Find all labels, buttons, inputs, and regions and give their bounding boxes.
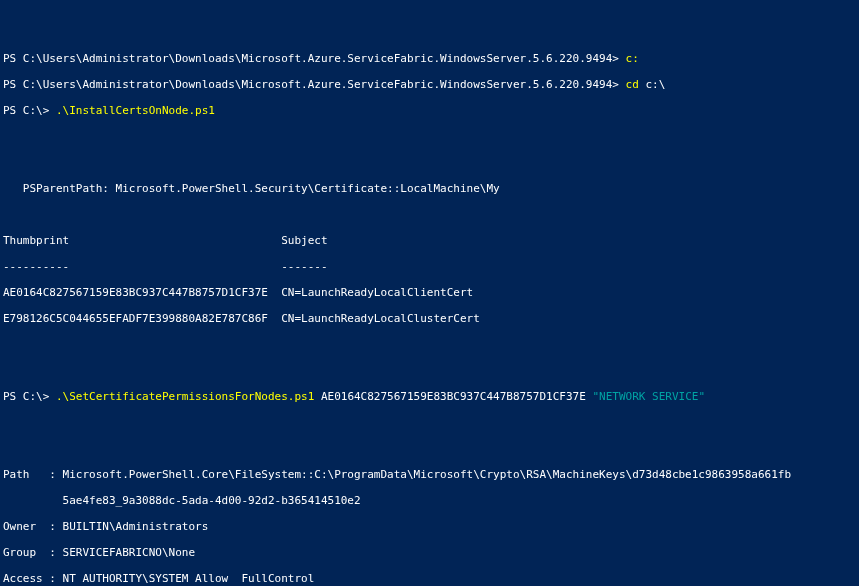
blank-line	[3, 208, 856, 221]
output-line: Owner : BUILTIN\Administrators	[3, 520, 856, 533]
blank-line	[3, 442, 856, 455]
terminal-line: PS C:\Users\Administrator\Downloads\Micr…	[3, 78, 856, 91]
blank-line	[3, 416, 856, 429]
command-text: cd	[626, 78, 639, 91]
command-text: c:	[626, 52, 639, 65]
blank-line	[3, 338, 856, 351]
table-row: AE0164C827567159E83BC937C447B8757D1CF37E…	[3, 286, 856, 299]
command-text: .\SetCertificatePermissionsForNodes.ps1	[56, 390, 314, 403]
command-arg-quoted: "NETWORK SERVICE"	[592, 390, 705, 403]
terminal-line: PS C:\> .\InstallCertsOnNode.ps1	[3, 104, 856, 117]
command-text: .\InstallCertsOnNode.ps1	[56, 104, 215, 117]
output-line: PSParentPath: Microsoft.PowerShell.Secur…	[3, 182, 856, 195]
ps-prompt: PS C:\>	[3, 104, 56, 117]
terminal-line: PS C:\Users\Administrator\Downloads\Micr…	[3, 52, 856, 65]
ps-prompt: PS C:\Users\Administrator\Downloads\Micr…	[3, 52, 626, 65]
blank-line	[3, 364, 856, 377]
command-arg: c:\	[639, 78, 666, 91]
table-row: E798126C5C044655EFADF7E399880A82E787C86F…	[3, 312, 856, 325]
blank-line	[3, 130, 856, 143]
blank-line	[3, 156, 856, 169]
ps-prompt: PS C:\>	[3, 390, 56, 403]
output-line: 5ae4fe83_9a3088dc-5ada-4d00-92d2-b365414…	[3, 494, 856, 507]
ps-prompt: PS C:\Users\Administrator\Downloads\Micr…	[3, 78, 626, 91]
table-header: Thumbprint Subject	[3, 234, 856, 247]
command-arg: AE0164C827567159E83BC937C447B8757D1CF37E	[314, 390, 592, 403]
table-header-underline: ---------- -------	[3, 260, 856, 273]
output-line: Access : NT AUTHORITY\SYSTEM Allow FullC…	[3, 572, 856, 585]
output-line: Group : SERVICEFABRICNO\None	[3, 546, 856, 559]
output-line: Path : Microsoft.PowerShell.Core\FileSys…	[3, 468, 856, 481]
terminal-line: PS C:\> .\SetCertificatePermissionsForNo…	[3, 390, 856, 403]
